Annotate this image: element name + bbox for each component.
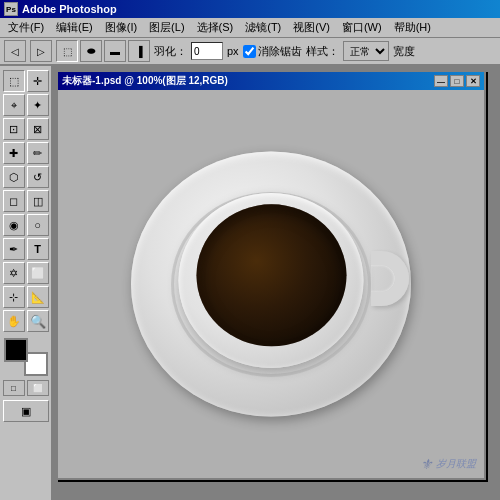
doc-minimize-button[interactable]: — — [434, 75, 448, 87]
tool-row-6: ◻ ◫ — [3, 190, 49, 212]
menu-window[interactable]: 窗口(W) — [336, 18, 388, 37]
menu-help[interactable]: 帮助(H) — [388, 18, 437, 37]
measure-tool[interactable]: 📐 — [27, 286, 49, 308]
feather-input[interactable] — [191, 42, 223, 60]
hand-tool[interactable]: ✋ — [3, 310, 25, 332]
antialiasing-checkbox-label[interactable]: 消除锯齿 — [243, 44, 302, 59]
blur-tool[interactable]: ◉ — [3, 214, 25, 236]
tool-row-4: ✚ ✏ — [3, 142, 49, 164]
watermark: ⚜ 岁月联盟 — [420, 456, 476, 472]
toolbox: ⬚ ✛ ⌖ ✦ ⊡ ⊠ ✚ ✏ ⬡ ↺ ◻ ◫ ◉ ○ ✒ T — [0, 66, 52, 500]
redo-button[interactable]: ▷ — [30, 40, 52, 62]
watermark-text: 岁月联盟 — [436, 457, 476, 471]
tool-row-3: ⊡ ⊠ — [3, 118, 49, 140]
pen-tool[interactable]: ✒ — [3, 238, 25, 260]
menu-view[interactable]: 视图(V) — [287, 18, 336, 37]
quickmask-mode-btn[interactable]: ⬜ — [27, 380, 49, 396]
tool-row-11: ✋ 🔍 — [3, 310, 49, 332]
tool-row-10: ⊹ 📐 — [3, 286, 49, 308]
width-label: 宽度 — [393, 44, 415, 59]
mode-buttons: □ ⬜ — [3, 380, 49, 396]
document-title: 未标器-1.psd @ 100%(图层 12,RGB) — [62, 74, 228, 88]
move-tool[interactable]: ✛ — [27, 70, 49, 92]
canvas-area: 未标器-1.psd @ 100%(图层 12,RGB) — □ ✕ — [52, 66, 500, 500]
undo-button[interactable]: ◁ — [4, 40, 26, 62]
ellipse-marquee-button[interactable]: ⬬ — [80, 40, 102, 62]
color-swatches — [4, 338, 48, 376]
tool-row-2: ⌖ ✦ — [3, 94, 49, 116]
zoom-tool[interactable]: 🔍 — [27, 310, 49, 332]
dodge-tool[interactable]: ○ — [27, 214, 49, 236]
marquee-tool[interactable]: ⬚ — [3, 70, 25, 92]
gradient-tool[interactable]: ◫ — [27, 190, 49, 212]
app-icon: Ps — [4, 2, 18, 16]
col-marquee-button[interactable]: ▐ — [128, 40, 150, 62]
tool-row-5: ⬡ ↺ — [3, 166, 49, 188]
lasso-tool[interactable]: ⌖ — [3, 94, 25, 116]
menu-file[interactable]: 文件(F) — [2, 18, 50, 37]
menu-layer[interactable]: 图层(L) — [143, 18, 190, 37]
screen-mode-row: ▣ — [3, 400, 49, 422]
document-canvas: ⚜ 岁月联盟 — [58, 90, 484, 478]
app-title: Adobe Photoshop — [22, 3, 117, 15]
menu-bar: 文件(F) 编辑(E) 图像(I) 图层(L) 选择(S) 滤镜(T) 视图(V… — [0, 18, 500, 38]
doc-maximize-button[interactable]: □ — [450, 75, 464, 87]
heal-tool[interactable]: ✚ — [3, 142, 25, 164]
antialiasing-label: 消除锯齿 — [258, 44, 302, 59]
coffee-liquid — [196, 204, 346, 346]
feather-unit: px — [227, 45, 239, 57]
menu-filter[interactable]: 滤镜(T) — [239, 18, 287, 37]
menu-edit[interactable]: 编辑(E) — [50, 18, 99, 37]
eyedropper-tool[interactable]: ⊹ — [3, 286, 25, 308]
options-bar: ◁ ▷ ⬚ ⬬ ▬ ▐ 羽化： px 消除锯齿 样式： 正常 宽度 — [0, 38, 500, 66]
stamp-tool[interactable]: ⬡ — [3, 166, 25, 188]
history-brush-tool[interactable]: ↺ — [27, 166, 49, 188]
style-select[interactable]: 正常 — [343, 41, 389, 61]
crop-tool[interactable]: ⊡ — [3, 118, 25, 140]
main-area: ⬚ ✛ ⌖ ✦ ⊡ ⊠ ✚ ✏ ⬡ ↺ ◻ ◫ ◉ ○ ✒ T — [0, 66, 500, 500]
document-title-bar: 未标器-1.psd @ 100%(图层 12,RGB) — □ ✕ — [58, 72, 484, 90]
row-marquee-button[interactable]: ▬ — [104, 40, 126, 62]
foreground-color-swatch[interactable] — [4, 338, 28, 362]
tool-row-7: ◉ ○ — [3, 214, 49, 236]
document-window: 未标器-1.psd @ 100%(图层 12,RGB) — □ ✕ — [56, 70, 486, 480]
watermark-icon: ⚜ — [420, 456, 433, 472]
menu-image[interactable]: 图像(I) — [99, 18, 143, 37]
antialiasing-checkbox[interactable] — [243, 45, 256, 58]
text-tool[interactable]: T — [27, 238, 49, 260]
app-title-bar: Ps Adobe Photoshop — [0, 0, 500, 18]
notes-tool[interactable]: ⬜ — [27, 262, 49, 284]
eraser-tool[interactable]: ◻ — [3, 190, 25, 212]
tool-row-1: ⬚ ✛ — [3, 70, 49, 92]
feather-label: 羽化： — [154, 44, 187, 59]
screen-mode-btn[interactable]: ▣ — [3, 400, 49, 422]
tool-row-9: ✡ ⬜ — [3, 262, 49, 284]
standard-mode-btn[interactable]: □ — [3, 380, 25, 396]
rect-marquee-button[interactable]: ⬚ — [56, 40, 78, 62]
vector-tool[interactable]: ✡ — [3, 262, 25, 284]
menu-select[interactable]: 选择(S) — [191, 18, 240, 37]
slice-tool[interactable]: ⊠ — [27, 118, 49, 140]
document-window-buttons: — □ ✕ — [434, 75, 480, 87]
coffee-cup-image — [121, 129, 421, 439]
doc-close-button[interactable]: ✕ — [466, 75, 480, 87]
cup-body — [179, 193, 364, 368]
tool-row-8: ✒ T — [3, 238, 49, 260]
magic-wand-tool[interactable]: ✦ — [27, 94, 49, 116]
brush-tool[interactable]: ✏ — [27, 142, 49, 164]
style-label: 样式： — [306, 44, 339, 59]
